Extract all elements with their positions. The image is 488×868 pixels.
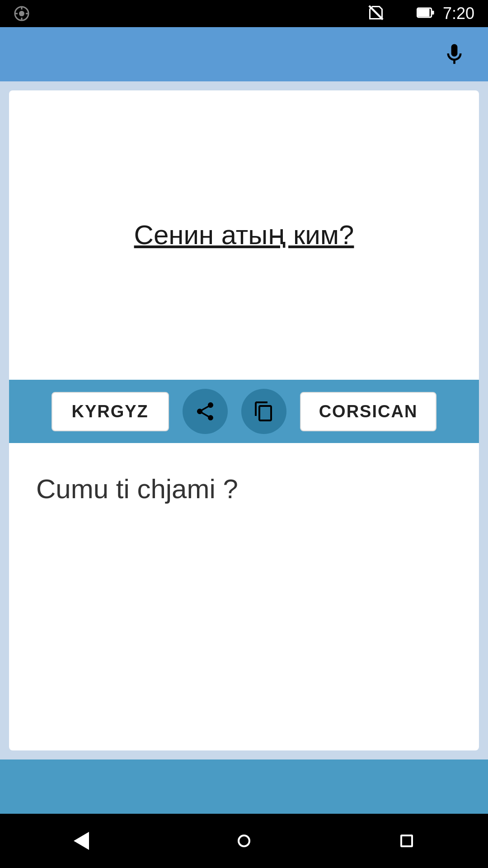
status-right: 7:20 [368,4,474,23]
translation-text: Cumu ti chjami ? [36,470,238,508]
main-content: Сенин атың ким? KYRGYZ CORSICAN Cumu ti … [0,81,488,760]
share-button[interactable] [183,389,228,434]
signal-icon [14,5,30,22]
bottom-toolbar [0,760,488,814]
svg-rect-9 [432,11,434,15]
mic-button[interactable] [438,38,470,70]
home-icon [238,835,250,847]
svg-rect-8 [418,9,430,16]
target-language-button[interactable]: CORSICAN [300,392,437,431]
status-bar: 7:20 [0,0,488,27]
source-language-button[interactable]: KYRGYZ [52,392,169,431]
copy-button[interactable] [241,389,286,434]
back-nav-button[interactable] [63,823,99,859]
home-nav-button[interactable] [226,823,262,859]
back-icon [74,832,89,850]
translation-panel[interactable]: Cumu ti chjami ? [9,443,479,750]
nav-bar [0,814,488,868]
airplane-icon [392,5,408,23]
source-text: Сенин атың ким? [134,216,354,254]
source-panel[interactable]: Сенин атың ким? [9,90,479,380]
status-time: 7:20 [443,4,474,23]
no-sim-icon [368,5,384,23]
status-left [14,5,30,22]
app-header [0,27,488,81]
recent-icon [400,835,413,847]
recent-nav-button[interactable] [389,823,425,859]
svg-point-1 [19,11,24,16]
translation-toolbar: KYRGYZ CORSICAN [9,380,479,443]
battery-icon [417,5,435,23]
